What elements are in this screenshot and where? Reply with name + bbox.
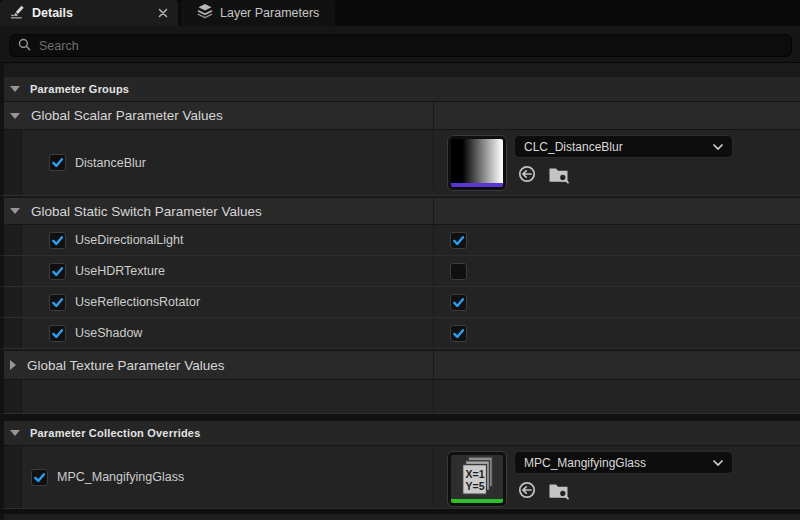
search-section: Search bbox=[0, 26, 800, 62]
header-global-scalar-label: Global Scalar Parameter Values bbox=[31, 108, 223, 123]
param-value-cell bbox=[433, 225, 800, 255]
param-name-cell: DistanceBlur bbox=[4, 130, 433, 195]
asset-thumbnail-mpc[interactable]: X=1 Y=5 bbox=[447, 451, 507, 507]
param-value-cell: X=1 Y=5 MPC_MangifyingGlass bbox=[433, 446, 800, 507]
spacer-band bbox=[0, 62, 800, 77]
indent-gutter bbox=[4, 225, 22, 255]
param-name-cell: UseHDRTexture bbox=[4, 256, 433, 286]
asset-dropdown-mpc-mangifyingglass[interactable]: MPC_MangifyingGlass bbox=[514, 451, 733, 474]
header-global-texture[interactable]: Global Texture Parameter Values bbox=[0, 349, 800, 380]
asset-dropdown-value: MPC_MangifyingGlass bbox=[524, 456, 646, 470]
layers-icon bbox=[197, 3, 213, 23]
param-label: UseHDRTexture bbox=[75, 264, 165, 278]
param-value-cell bbox=[433, 287, 800, 317]
indent-gutter bbox=[4, 130, 22, 195]
asset-dropdown-value: CLC_DistanceBlur bbox=[524, 140, 623, 154]
header-parameter-groups-label: Parameter Groups bbox=[30, 83, 129, 95]
close-icon[interactable] bbox=[158, 8, 168, 18]
chevron-down-icon bbox=[10, 430, 20, 436]
param-name-cell: MPC_MangifyingGlass bbox=[4, 446, 433, 508]
param-label: UseDirectionalLight bbox=[75, 233, 183, 247]
header-global-static-switch-label: Global Static Switch Parameter Values bbox=[31, 204, 262, 219]
section-gap bbox=[0, 414, 800, 421]
value-checkbox-usedirectionallight[interactable] bbox=[450, 232, 467, 249]
param-row-usedirectionallight: UseDirectionalLight bbox=[0, 225, 800, 256]
param-name-cell: UseDirectionalLight bbox=[4, 225, 433, 255]
chevron-right-icon bbox=[10, 360, 16, 370]
override-checkbox-mpc[interactable] bbox=[31, 469, 48, 486]
tab-details-label: Details bbox=[32, 6, 73, 20]
details-icon bbox=[10, 4, 25, 23]
param-name-cell: UseReflectionsRotator bbox=[4, 287, 433, 317]
value-checkbox-useshadow[interactable] bbox=[450, 325, 467, 342]
param-row-useshadow: UseShadow bbox=[0, 318, 800, 349]
asset-type-underline bbox=[451, 499, 503, 503]
param-label: UseShadow bbox=[75, 326, 142, 340]
param-label: MPC_MangifyingGlass bbox=[57, 470, 184, 484]
tab-bar: Details Layer Parameters bbox=[0, 0, 800, 26]
value-checkbox-usereflectionsrotator[interactable] bbox=[450, 294, 467, 311]
browse-to-asset-icon[interactable] bbox=[548, 481, 570, 500]
header-global-static-switch[interactable]: Global Static Switch Parameter Values bbox=[0, 196, 800, 225]
asset-dropdown-clc-distanceblur[interactable]: CLC_DistanceBlur bbox=[514, 135, 733, 158]
header-global-texture-label: Global Texture Parameter Values bbox=[27, 358, 225, 373]
override-checkbox-usedirectionallight[interactable] bbox=[49, 232, 66, 249]
search-icon bbox=[18, 37, 31, 55]
chevron-down-icon bbox=[10, 113, 20, 119]
use-selected-asset-icon[interactable] bbox=[517, 164, 537, 184]
header-parameter-collection-overrides-label: Parameter Collection Overrides bbox=[30, 427, 200, 439]
override-checkbox-useshadow[interactable] bbox=[49, 325, 66, 342]
param-value-cell bbox=[433, 380, 800, 413]
value-checkbox-usehdrtexture[interactable] bbox=[450, 263, 467, 280]
indent-gutter bbox=[4, 318, 22, 348]
indent-gutter bbox=[4, 380, 22, 413]
param-name-cell: UseShadow bbox=[4, 318, 433, 348]
mpc-pages-icon: X=1 Y=5 bbox=[451, 455, 503, 499]
param-value-cell bbox=[433, 256, 800, 286]
override-checkbox-usereflectionsrotator[interactable] bbox=[49, 294, 66, 311]
param-row-usehdrtexture: UseHDRTexture bbox=[0, 256, 800, 287]
param-label: UseReflectionsRotator bbox=[75, 295, 200, 309]
search-input[interactable]: Search bbox=[9, 34, 792, 57]
param-value-cell: CLC_DistanceBlur bbox=[433, 130, 800, 191]
browse-to-asset-icon[interactable] bbox=[548, 165, 570, 184]
param-row-mpc-mangifyingglass: MPC_MangifyingGlass X=1 Y=5 MPC_Mangifyi… bbox=[0, 446, 800, 509]
asset-thumbnail-gradient[interactable] bbox=[447, 135, 507, 191]
tab-layer-parameters-label: Layer Parameters bbox=[220, 6, 319, 20]
header-parameter-groups[interactable]: Parameter Groups bbox=[0, 77, 800, 102]
tab-details[interactable]: Details bbox=[0, 0, 178, 26]
svg-text:Y=5: Y=5 bbox=[466, 480, 485, 492]
param-label: DistanceBlur bbox=[75, 156, 146, 170]
chevron-down-icon bbox=[10, 86, 20, 92]
chevron-down-icon bbox=[713, 460, 723, 466]
chevron-down-icon bbox=[713, 144, 723, 150]
empty-row bbox=[0, 380, 800, 414]
param-row-distanceblur: DistanceBlur CLC_DistanceBlur bbox=[0, 130, 800, 196]
indent-gutter bbox=[4, 256, 22, 286]
tab-layer-parameters[interactable]: Layer Parameters bbox=[181, 0, 335, 26]
chevron-down-icon bbox=[10, 208, 20, 214]
indent-gutter bbox=[4, 287, 22, 317]
header-global-scalar[interactable]: Global Scalar Parameter Values bbox=[0, 102, 800, 130]
override-checkbox-distanceblur[interactable] bbox=[49, 154, 66, 171]
svg-text:X=1: X=1 bbox=[466, 468, 485, 480]
override-checkbox-usehdrtexture[interactable] bbox=[49, 263, 66, 280]
use-selected-asset-icon[interactable] bbox=[517, 480, 537, 500]
gradient-preview bbox=[451, 139, 503, 183]
indent-gutter bbox=[4, 446, 22, 508]
param-row-usereflectionsrotator: UseReflectionsRotator bbox=[0, 287, 800, 318]
header-parameter-collection-overrides[interactable]: Parameter Collection Overrides bbox=[0, 421, 800, 446]
asset-type-underline bbox=[451, 183, 503, 187]
param-name-cell bbox=[4, 380, 433, 413]
param-value-cell bbox=[433, 318, 800, 348]
bottom-band bbox=[0, 514, 800, 520]
search-placeholder: Search bbox=[39, 39, 79, 53]
